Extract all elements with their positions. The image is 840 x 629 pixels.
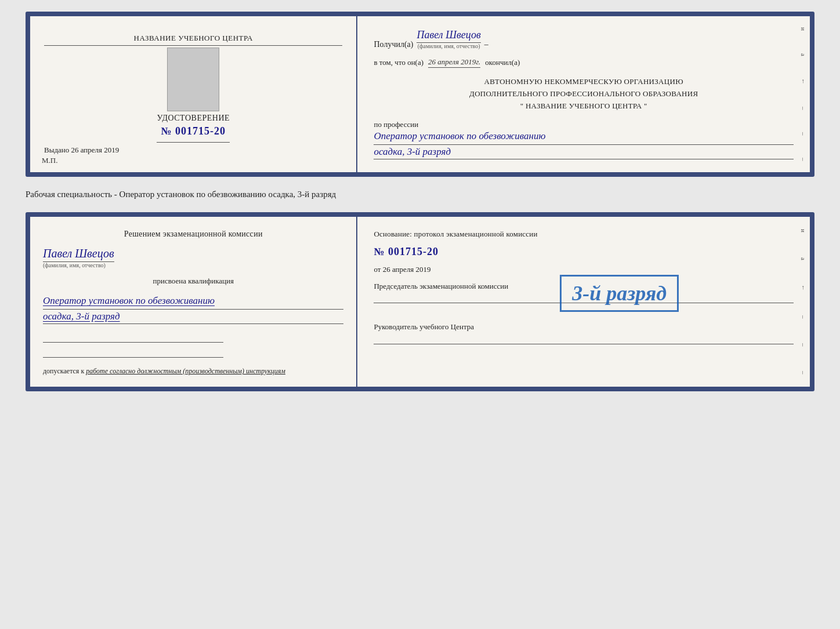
qualification-block: Оператор установок по обезвоживанию осад… bbox=[43, 294, 343, 324]
bottom-doc-left: Решением экзаменационной комиссии Павел … bbox=[30, 217, 357, 387]
osnov-line: Основание: протокол экзаменационной коми… bbox=[374, 230, 794, 239]
bottom-person-name: Павел Швецов bbox=[43, 247, 114, 262]
rukovoditel-block: Руководитель учебного Центра bbox=[374, 317, 794, 344]
from-date-value: 26 апреля 2019 bbox=[383, 265, 431, 274]
bottom-protocol-number: № 001715-20 bbox=[374, 246, 794, 258]
fio-note-bottom: (фамилия, имя, отчество) bbox=[43, 262, 106, 268]
bottom-rank-value: осадка, 3-й разряд bbox=[43, 311, 343, 324]
stamp-overlay: 3-й разряд bbox=[560, 275, 679, 312]
photo-placeholder bbox=[167, 48, 219, 111]
profession-value: Оператор установок по обезвоживанию bbox=[374, 129, 794, 145]
specialty-text: Рабочая специальность - Оператор установ… bbox=[26, 187, 814, 202]
org-text: АВТОНОМНУЮ НЕКОММЕРЧЕСКУЮ ОРГАНИЗАЦИЮ ДО… bbox=[374, 76, 794, 112]
допускается-block: допускается к работе согласно должностны… bbox=[43, 366, 345, 376]
training-center-title: НАЗВАНИЕ УЧЕБНОГО ЦЕНТРА bbox=[44, 34, 342, 46]
bottom-doc-right: Основание: протокол экзаменационной коми… bbox=[357, 217, 810, 387]
certificate-block bbox=[167, 48, 219, 111]
top-doc-right: Получил(а) Павел Швецов (фамилия, имя, о… bbox=[357, 16, 810, 172]
right-edge-bottom: и а ← – – – bbox=[797, 217, 810, 387]
profession-block: по профессии Оператор установок по обезв… bbox=[374, 120, 794, 159]
rukovoditel-sig-line bbox=[374, 335, 794, 344]
certificate-label: УДОСТОВЕРЕНИЕ bbox=[157, 114, 230, 123]
qualification-value: Оператор установок по обезвоживанию bbox=[43, 294, 343, 310]
certificate-number: № 001715-20 bbox=[161, 125, 226, 137]
from-date-block: от 26 апреля 2019 bbox=[374, 265, 794, 274]
rukovoditel-label: Руководитель учебного Центра bbox=[374, 322, 794, 332]
qualification-label: присвоена квалификация bbox=[153, 277, 234, 286]
допускается-value: работе согласно должностным (производств… bbox=[86, 367, 285, 375]
issued-block: Выдано 26 апреля 2019 bbox=[44, 144, 119, 155]
sig-line-2 bbox=[43, 347, 223, 358]
recipient-name: Павел Швецов bbox=[417, 29, 480, 43]
recipient-line: Получил(а) Павел Швецов (фамилия, имя, о… bbox=[374, 29, 794, 49]
top-doc-left: НАЗВАНИЕ УЧЕБНОГО ЦЕНТРА УДОСТОВЕРЕНИЕ №… bbox=[30, 16, 357, 172]
top-document: НАЗВАНИЕ УЧЕБНОГО ЦЕНТРА УДОСТОВЕРЕНИЕ №… bbox=[26, 12, 814, 177]
bottom-person-block: Павел Швецов (фамилия, имя, отчество) bbox=[43, 247, 343, 268]
cert-number-block: УДОСТОВЕРЕНИЕ № 001715-20 bbox=[157, 114, 230, 143]
bottom-document: Решением экзаменационной комиссии Павел … bbox=[26, 212, 814, 391]
page-container: НАЗВАНИЕ УЧЕБНОГО ЦЕНТРА УДОСТОВЕРЕНИЕ №… bbox=[26, 12, 814, 391]
issued-date: 26 апреля 2019 bbox=[71, 146, 120, 154]
mp-label: М.П. bbox=[42, 156, 57, 165]
right-edge-top: и а ← – – – bbox=[797, 16, 810, 172]
recipient-name-block: Павел Швецов (фамилия, имя, отчество) bbox=[417, 29, 480, 49]
commission-title: Решением экзаменационной комиссии bbox=[124, 230, 263, 239]
confirm-line: в том, что он(а) 26 апреля 2019г. окончи… bbox=[374, 57, 794, 68]
fio-note-top: (фамилия, имя, отчество) bbox=[418, 43, 480, 49]
rank-value-top: осадка, 3-й разряд bbox=[374, 146, 794, 159]
confirm-date: 26 апреля 2019г. bbox=[428, 57, 480, 68]
signature-lines bbox=[43, 332, 343, 358]
sig-line-1 bbox=[43, 332, 223, 343]
issued-label: Выдано 26 апреля 2019 bbox=[44, 146, 119, 154]
